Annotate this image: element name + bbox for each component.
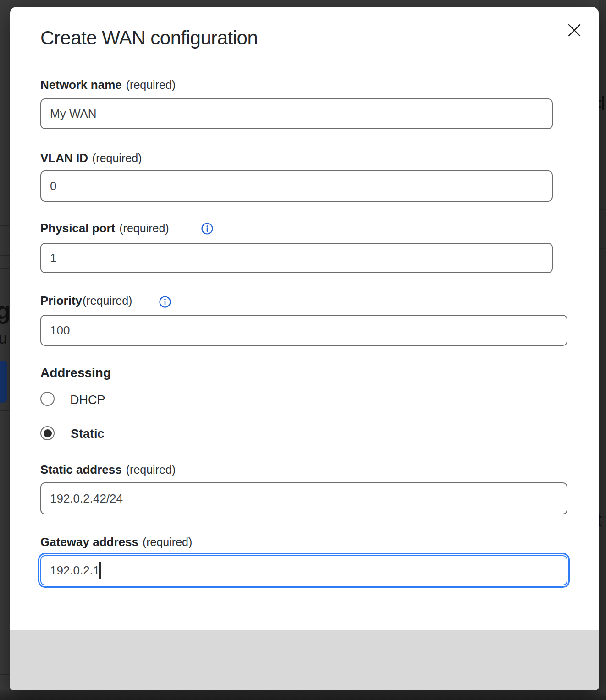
background-text-fragment xyxy=(599,106,601,108)
network-name-label: Network name (required) xyxy=(40,78,176,92)
background-table-line xyxy=(0,268,10,269)
background-button-fragment xyxy=(0,361,7,403)
background-table-line xyxy=(599,209,606,210)
static-radio-label[interactable]: Static xyxy=(71,427,105,441)
physical-port-label: Physical port (required) xyxy=(40,221,169,235)
gateway-address-field xyxy=(40,555,567,585)
info-icon[interactable] xyxy=(201,222,214,235)
gateway-address-label: Gateway address (required) xyxy=(40,535,192,549)
background-table-line xyxy=(0,225,10,226)
backdrop-strip-bottom xyxy=(0,690,606,700)
field-label-text: VLAN ID xyxy=(40,151,88,165)
required-hint: (required) xyxy=(126,78,176,92)
field-label-text: Network name xyxy=(40,78,122,92)
create-wan-configuration-dialog: Create WAN configuration Network name (r… xyxy=(10,7,599,690)
vlan-id-input[interactable] xyxy=(40,170,553,202)
field-label-text: Gateway address xyxy=(40,535,138,549)
field-label-text: Physical port xyxy=(40,221,115,235)
required-hint: (required) xyxy=(126,463,176,476)
static-address-input[interactable] xyxy=(40,482,567,514)
dimmed-backdrop: g u t Create WAN configuration Network n… xyxy=(0,0,606,700)
close-icon xyxy=(567,22,582,38)
required-hint: (required) xyxy=(92,152,142,165)
addressing-heading: Addressing xyxy=(40,366,111,380)
dialog-title: Create WAN configuration xyxy=(40,27,258,49)
background-text-fragment: u xyxy=(0,330,7,347)
required-hint: (required) xyxy=(119,222,169,235)
vlan-id-label: VLAN ID (required) xyxy=(40,151,142,165)
priority-input[interactable] xyxy=(40,315,567,346)
static-radio[interactable] xyxy=(40,426,55,440)
gateway-address-input[interactable] xyxy=(40,555,567,585)
dhcp-radio-label[interactable]: DHCP xyxy=(70,393,105,407)
required-hint: (required) xyxy=(143,536,192,549)
dialog-footer: Cancel Save xyxy=(10,630,599,690)
background-table-line xyxy=(0,645,10,645)
required-hint: (required) xyxy=(83,294,132,307)
network-name-input[interactable] xyxy=(40,98,553,129)
background-table-line xyxy=(0,410,10,411)
background-text-fragment: g xyxy=(0,297,11,324)
background-text-fragment xyxy=(599,100,601,102)
close-button[interactable] xyxy=(563,19,586,42)
background-table-line xyxy=(0,255,10,256)
background-table-line xyxy=(599,235,606,235)
background-table-line xyxy=(599,248,606,249)
text-cursor xyxy=(99,562,101,579)
background-table-line xyxy=(0,674,10,675)
dhcp-radio[interactable] xyxy=(40,392,55,406)
field-label-text: Priority xyxy=(40,294,82,308)
info-icon[interactable] xyxy=(159,295,171,308)
priority-label: Priority (required) xyxy=(40,294,132,308)
background-text-fragment xyxy=(602,96,604,110)
static-address-label: Static address (required) xyxy=(40,463,176,477)
physical-port-input[interactable] xyxy=(40,243,553,273)
field-label-text: Static address xyxy=(40,463,122,477)
